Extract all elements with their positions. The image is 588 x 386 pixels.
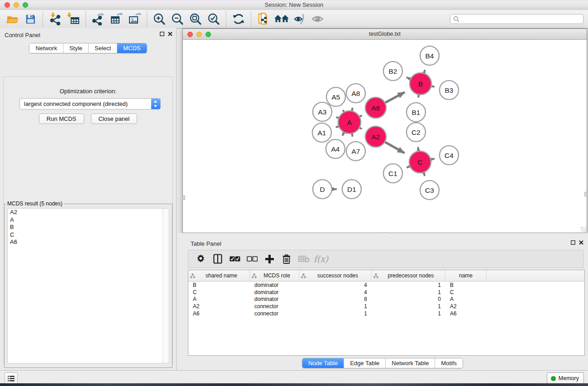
clone-network-button[interactable] bbox=[254, 12, 272, 26]
graph-node-B1[interactable]: B1 bbox=[406, 103, 425, 122]
zoom-in-button[interactable] bbox=[150, 12, 168, 26]
graph-edge-A-A8[interactable] bbox=[352, 108, 353, 110]
table-close-panel-icon[interactable] bbox=[579, 240, 583, 245]
graph-node-B4[interactable]: B4 bbox=[420, 46, 439, 65]
close-panel-button[interactable]: Close panel bbox=[91, 114, 138, 124]
tab-style[interactable]: Style bbox=[63, 43, 88, 53]
tab-network[interactable]: Network bbox=[29, 43, 63, 53]
hide-selected-button[interactable] bbox=[291, 12, 309, 26]
zoom-selected-button[interactable] bbox=[205, 12, 223, 26]
zoom-fit-button[interactable] bbox=[186, 12, 205, 26]
memory-button[interactable]: Memory bbox=[547, 372, 584, 384]
graph-node-C4[interactable]: C4 bbox=[440, 146, 459, 165]
graph-node-A7[interactable]: A7 bbox=[346, 142, 365, 161]
graph-edge-B-B3[interactable] bbox=[431, 86, 434, 86]
result-item-a6[interactable]: A6 bbox=[8, 238, 169, 246]
graph-node-C2[interactable]: C2 bbox=[406, 123, 425, 142]
export-image-button[interactable] bbox=[125, 12, 143, 26]
table-tab-node-table[interactable]: Node Table bbox=[302, 358, 344, 368]
search-input[interactable] bbox=[461, 15, 583, 23]
table-row-b[interactable]: Bdominator41B bbox=[188, 281, 584, 289]
mcds-result-list[interactable]: A2ABCA6 bbox=[7, 208, 169, 363]
graph-node-A6[interactable]: A6 bbox=[365, 97, 386, 118]
toggle-column-button[interactable] bbox=[209, 252, 226, 266]
corner-resize-grip[interactable] bbox=[581, 227, 586, 232]
graph-node-A5[interactable]: A5 bbox=[326, 87, 345, 106]
select-all-button[interactable] bbox=[226, 252, 244, 266]
graph-node-C1[interactable]: C1 bbox=[383, 164, 402, 183]
network-window-titlebar[interactable]: testGlobe.txt bbox=[183, 29, 587, 40]
table-row-a[interactable]: Adominator80A bbox=[188, 296, 584, 303]
table-settings-button[interactable] bbox=[192, 252, 209, 266]
graph-edge-A-A3[interactable] bbox=[336, 117, 339, 118]
export-network-button[interactable] bbox=[89, 12, 107, 26]
import-table-button[interactable] bbox=[64, 12, 82, 26]
left-resize-grip[interactable] bbox=[182, 195, 185, 200]
result-scrollbar[interactable] bbox=[163, 209, 169, 363]
right-resize-grip[interactable] bbox=[584, 192, 587, 196]
graph-edge-A-A2[interactable] bbox=[360, 128, 362, 129]
network-canvas[interactable]: AA1A2A3A4A5A6A7A8BB1B2B3B4CC1C2C3C4DD1 bbox=[183, 40, 587, 233]
refresh-button[interactable] bbox=[229, 12, 248, 26]
column-header-shared-name[interactable]: shared name bbox=[188, 270, 250, 281]
result-item-c[interactable]: C bbox=[8, 231, 169, 239]
graph-edge-B-B1[interactable] bbox=[418, 95, 419, 98]
result-item-b[interactable]: B bbox=[8, 224, 169, 231]
graph-node-A8[interactable]: A8 bbox=[346, 84, 365, 103]
graph-edge-C-C3[interactable] bbox=[424, 173, 425, 176]
node-table[interactable]: shared nameMCDS rolesuccessor nodesprede… bbox=[188, 270, 585, 356]
table-row-c[interactable]: Cdominator41C bbox=[188, 289, 584, 296]
delete-column-button[interactable] bbox=[278, 252, 295, 266]
graph-node-D[interactable]: D bbox=[313, 180, 332, 199]
graph-edge-A6-B[interactable] bbox=[385, 92, 405, 103]
zoom-out-button[interactable] bbox=[168, 12, 186, 26]
graph-node-C3[interactable]: C3 bbox=[420, 181, 439, 200]
network-graph[interactable]: AA1A2A3A4A5A6A7A8BB1B2B3B4CC1C2C3C4DD1 bbox=[183, 40, 587, 233]
panel-menu-button[interactable] bbox=[5, 372, 18, 384]
function-builder-button[interactable]: f(x) bbox=[312, 252, 330, 266]
graph-node-B3[interactable]: B3 bbox=[440, 81, 459, 100]
table-float-panel-icon[interactable] bbox=[571, 240, 575, 245]
import-network-button[interactable] bbox=[46, 12, 64, 26]
graph-node-A1[interactable]: A1 bbox=[312, 123, 331, 142]
graph-edge-C-C2[interactable] bbox=[418, 147, 418, 151]
deselect-all-button[interactable] bbox=[244, 252, 261, 266]
graph-node-B2[interactable]: B2 bbox=[383, 62, 402, 81]
run-mcds-button[interactable]: Run MCDS bbox=[39, 114, 84, 124]
graph-edge-C-C4[interactable] bbox=[431, 159, 435, 160]
float-panel-icon[interactable] bbox=[160, 32, 164, 36]
criterion-select[interactable]: largest connected component (directed) bbox=[19, 98, 161, 110]
table-tab-motifs[interactable]: Motifs bbox=[435, 358, 463, 368]
export-table-button[interactable] bbox=[107, 12, 125, 26]
graph-edge-A-A4[interactable] bbox=[342, 133, 344, 136]
result-item-a2[interactable]: A2 bbox=[8, 209, 169, 216]
graph-node-A3[interactable]: A3 bbox=[313, 102, 332, 121]
graph-edge-A2-C[interactable] bbox=[385, 142, 405, 153]
graph-node-A2[interactable]: A2 bbox=[365, 126, 386, 147]
graph-node-A4[interactable]: A4 bbox=[326, 139, 345, 158]
tab-select[interactable]: Select bbox=[88, 43, 117, 53]
table-tab-edge-table[interactable]: Edge Table bbox=[344, 358, 385, 368]
open-session-button[interactable] bbox=[3, 12, 21, 26]
show-all-button[interactable] bbox=[309, 12, 327, 26]
graph-node-D1[interactable]: D1 bbox=[342, 180, 361, 199]
graph-edge-B-B4[interactable] bbox=[424, 70, 425, 73]
save-session-button[interactable] bbox=[21, 12, 39, 26]
graph-edge-A-A7[interactable] bbox=[352, 133, 353, 136]
graph-node-B[interactable]: B bbox=[410, 73, 431, 95]
graph-edge-A-A6[interactable] bbox=[360, 115, 362, 117]
search-field[interactable] bbox=[450, 14, 583, 24]
graph-node-C[interactable]: C bbox=[409, 151, 431, 173]
tab-mcds[interactable]: MCDS bbox=[117, 43, 146, 53]
column-header-name[interactable]: name bbox=[445, 270, 487, 281]
table-row-a6[interactable]: A6connector11A6 bbox=[188, 310, 584, 317]
graph-edge-A-A5[interactable] bbox=[343, 110, 344, 112]
graph-edge-B-B2[interactable] bbox=[406, 77, 410, 79]
close-panel-icon[interactable] bbox=[168, 32, 172, 36]
first-neighbors-button[interactable] bbox=[272, 12, 291, 26]
delete-table-button[interactable] bbox=[295, 252, 312, 266]
result-item-a[interactable]: A bbox=[8, 216, 169, 224]
graph-edge-C-C1[interactable] bbox=[406, 167, 409, 168]
column-header-successor-nodes[interactable]: successor nodes bbox=[299, 270, 372, 281]
graph-node-A[interactable]: A bbox=[338, 111, 361, 133]
